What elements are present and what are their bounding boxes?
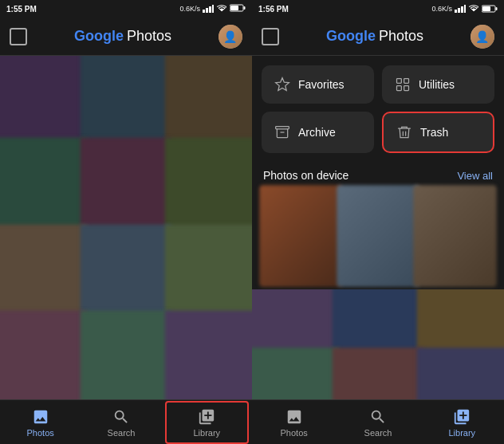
photos-nav-icon-left [31,407,50,426]
device-photo-cell[interactable] [414,185,497,287]
more-photo-cell[interactable] [333,289,423,352]
nav-item-library-left[interactable]: Library [165,401,249,444]
status-bar-right: 1:56 PM 0.6K/s [252,0,504,18]
more-photo-cell[interactable] [252,348,339,399]
photos-nav-icon-right [285,407,304,426]
photos-text-left: Photos [127,28,171,45]
svg-rect-9 [461,6,463,13]
more-photo-cell[interactable] [417,289,504,352]
status-icons-right: 0.6K/s [431,5,498,13]
photos-on-device-title: Photos on device [263,169,348,182]
bottom-nav-left: Photos Search Library [0,399,252,444]
wifi-icon-right [468,5,479,13]
library-nav-icon-left [197,407,216,426]
photo-cell[interactable] [0,56,87,145]
library-nav-icon-right [452,407,471,426]
data-speed-left: 0.6K/s [179,5,200,13]
photo-cell[interactable] [0,138,87,231]
utilities-icon [395,77,411,92]
photos-on-device-section: Photos on device View all [252,163,504,188]
photo-grid-left [0,56,252,399]
signal-icon-right [455,5,466,13]
avatar-image-left: 👤 [219,25,242,49]
time-left: 1:55 PM [6,5,37,14]
battery-left [230,4,246,14]
nav-bar-left: Google Photos 👤 [0,18,252,56]
svg-rect-14 [397,79,402,84]
status-bar-left: 1:55 PM 0.6K/s [0,0,252,18]
photo-cell[interactable] [81,138,171,231]
nav-item-photos-right[interactable]: Photos [252,403,336,442]
nav-bar-right: Google Photos 👤 [252,18,504,56]
search-nav-label-left: Search [108,428,136,438]
star-icon [274,77,290,92]
more-photo-cell[interactable] [417,348,504,399]
menu-item-archive[interactable]: Archive [262,112,374,153]
select-checkbox-left[interactable] [10,28,27,45]
photo-cell[interactable] [81,56,171,145]
status-icons-left: 0.6K/s [179,4,246,14]
more-photos-grid [252,289,504,399]
svg-rect-1 [206,8,208,13]
app-title-left: Google Photos [74,28,171,45]
google-text-right: Google [326,28,376,45]
nav-item-search-left[interactable]: Search [81,403,161,442]
svg-rect-15 [404,79,409,84]
favorites-label: Favorites [298,78,345,91]
search-nav-icon-left [112,407,131,426]
library-nav-label-right: Library [449,428,476,438]
archive-label: Archive [298,126,336,139]
photo-cell[interactable] [165,138,252,231]
svg-rect-0 [203,10,205,13]
signal-icon-left [203,5,214,13]
menu-item-favorites[interactable]: Favorites [262,65,374,104]
photo-cell[interactable] [0,224,87,317]
more-photo-cell[interactable] [333,348,423,399]
photo-cell[interactable] [165,310,252,399]
photo-cell[interactable] [0,310,87,399]
avatar-right[interactable]: 👤 [471,25,494,49]
photo-cell[interactable] [81,224,171,317]
svg-rect-3 [212,5,214,13]
svg-rect-5 [244,6,246,10]
photos-nav-label-right: Photos [281,428,308,438]
device-photo-cell[interactable] [259,185,342,287]
nav-item-search-right[interactable]: Search [336,403,419,442]
photo-cell[interactable] [81,310,171,399]
utilities-label: Utilities [419,78,455,91]
menu-item-trash[interactable]: Trash [382,112,494,153]
svg-rect-10 [464,5,466,13]
data-speed-right: 0.6K/s [431,5,452,13]
menu-grid: Favorites Utilities [252,56,504,163]
trash-icon [396,124,412,140]
svg-rect-8 [458,8,460,13]
trash-label: Trash [420,126,448,139]
search-nav-icon-right [368,407,388,426]
device-photo-cell[interactable] [337,185,419,287]
nav-item-library-right[interactable]: Library [420,403,504,442]
svg-rect-12 [496,7,498,10]
device-photos-grid [252,188,504,284]
photo-cell[interactable] [165,224,252,317]
battery-icon-left [230,4,246,12]
svg-rect-18 [276,127,289,129]
svg-rect-13 [482,6,490,11]
nav-item-photos-left[interactable]: Photos [0,403,81,442]
app-title-right: Google Photos [326,28,423,45]
svg-rect-6 [230,6,238,10]
menu-item-utilities[interactable]: Utilities [382,65,494,104]
svg-rect-2 [209,6,211,13]
search-nav-label-right: Search [364,428,392,438]
avatar-image-right: 👤 [471,25,494,49]
photos-text-right: Photos [379,28,423,45]
battery-icon-right [482,5,498,13]
select-checkbox-right[interactable] [262,28,279,45]
time-right: 1:56 PM [258,5,289,14]
library-content: Favorites Utilities [252,56,504,399]
more-photo-cell[interactable] [252,289,339,352]
right-phone: 1:56 PM 0.6K/s Google [252,0,504,444]
photo-cell[interactable] [165,56,252,145]
archive-icon [274,124,290,140]
view-all-link[interactable]: View all [457,170,493,182]
avatar-left[interactable]: 👤 [219,25,242,49]
